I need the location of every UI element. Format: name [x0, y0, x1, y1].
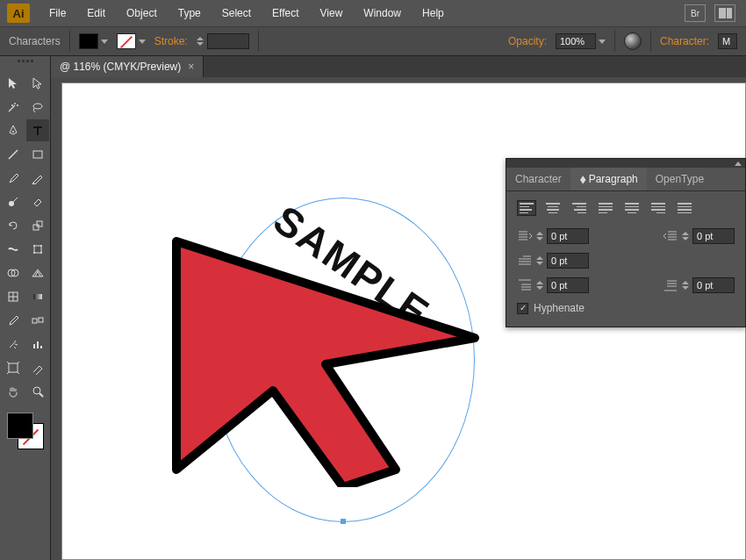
- scale-tool[interactable]: [26, 214, 49, 236]
- layout-arrange-button[interactable]: [714, 4, 735, 22]
- document-tab[interactable]: @ 116% (CMYK/Preview) ×: [51, 56, 204, 77]
- stroke-weight-stepper[interactable]: [197, 33, 249, 49]
- stroke-color-swatch[interactable]: [117, 33, 146, 49]
- fill-swatch-large[interactable]: [7, 413, 33, 439]
- zoom-tool[interactable]: [26, 380, 49, 402]
- options-context-label: Characters: [9, 35, 61, 47]
- svg-point-0: [33, 104, 42, 109]
- indent-right-input[interactable]: [692, 228, 735, 244]
- slice-tool[interactable]: [26, 356, 49, 378]
- space-before-stepper[interactable]: [536, 277, 589, 293]
- column-graph-tool[interactable]: [26, 333, 49, 355]
- menu-view[interactable]: View: [310, 2, 354, 25]
- fill-stroke-swatches[interactable]: [7, 413, 44, 449]
- width-tool[interactable]: [2, 238, 25, 260]
- stroke-weight-input[interactable]: [207, 33, 249, 49]
- space-before-icon: [517, 279, 533, 291]
- opacity-label: Opacity:: [508, 35, 547, 47]
- bridge-button[interactable]: Br: [685, 4, 706, 22]
- indent-first-line-stepper[interactable]: [536, 253, 589, 269]
- opacity-input[interactable]: [556, 33, 596, 49]
- menu-select[interactable]: Select: [212, 2, 262, 25]
- svg-point-1: [12, 131, 14, 133]
- hyphenate-label: Hyphenate: [534, 302, 585, 314]
- artboard-tool[interactable]: [2, 356, 25, 378]
- indent-first-line-input[interactable]: [547, 253, 589, 269]
- hand-tool[interactable]: [2, 380, 25, 402]
- eyedropper-tool[interactable]: [2, 309, 25, 331]
- tab-paragraph[interactable]: ◆Paragraph: [570, 168, 647, 190]
- svg-line-2: [9, 150, 18, 159]
- recolor-artwork-icon[interactable]: [624, 32, 642, 50]
- type-tool[interactable]: [26, 119, 49, 141]
- indent-first-line-icon: [517, 255, 533, 267]
- svg-rect-16: [32, 319, 37, 323]
- pencil-tool[interactable]: [26, 167, 49, 189]
- symbol-sprayer-tool[interactable]: [2, 333, 25, 355]
- justify-last-center-button[interactable]: [622, 200, 642, 216]
- indent-right-icon: [663, 230, 678, 242]
- indent-left-stepper[interactable]: [536, 228, 589, 244]
- rectangle-tool[interactable]: [26, 143, 49, 165]
- hyphenate-checkbox[interactable]: ✓: [517, 303, 528, 314]
- justify-all-button[interactable]: [675, 200, 694, 216]
- space-after-stepper[interactable]: [682, 277, 735, 293]
- svg-rect-19: [37, 341, 39, 348]
- fill-color-swatch[interactable]: [79, 33, 108, 49]
- paragraph-align-row: [517, 200, 735, 216]
- anchor-point[interactable]: [341, 519, 346, 524]
- paintbrush-tool[interactable]: [2, 167, 25, 189]
- menu-bar: Ai File Edit Object Type Select Effect V…: [0, 0, 746, 26]
- menu-file[interactable]: File: [39, 2, 76, 25]
- tools-panel: [0, 56, 51, 560]
- menu-help[interactable]: Help: [412, 2, 455, 25]
- align-center-button[interactable]: [543, 200, 563, 216]
- svg-rect-3: [33, 151, 42, 158]
- shape-builder-tool[interactable]: [2, 262, 25, 284]
- gradient-tool[interactable]: [26, 285, 49, 307]
- menu-object[interactable]: Object: [116, 2, 168, 25]
- indent-right-stepper[interactable]: [682, 228, 735, 244]
- svg-rect-20: [40, 346, 42, 348]
- svg-rect-18: [33, 344, 35, 348]
- rotate-tool[interactable]: [2, 214, 25, 236]
- svg-rect-17: [39, 318, 43, 322]
- justify-last-right-button[interactable]: [649, 200, 668, 216]
- layout-arrange-icon: [719, 8, 732, 18]
- mesh-tool[interactable]: [2, 285, 25, 307]
- menu-type[interactable]: Type: [168, 2, 212, 25]
- blend-tool[interactable]: [26, 309, 49, 331]
- svg-rect-6: [37, 221, 42, 226]
- justify-last-left-button[interactable]: [596, 200, 615, 216]
- align-right-button[interactable]: [570, 200, 589, 216]
- close-icon[interactable]: ×: [188, 61, 194, 73]
- character-panel-field[interactable]: [718, 33, 737, 49]
- magic-wand-tool[interactable]: [2, 96, 25, 118]
- selection-tool[interactable]: [2, 72, 25, 94]
- lasso-tool[interactable]: [26, 96, 49, 118]
- align-left-button[interactable]: [517, 200, 536, 216]
- menu-window[interactable]: Window: [353, 2, 412, 25]
- tools-panel-grip[interactable]: [3, 60, 48, 68]
- blob-brush-tool[interactable]: [2, 190, 25, 212]
- pen-tool[interactable]: [2, 119, 25, 141]
- annotation-arrow-icon: [124, 224, 492, 487]
- tab-opentype[interactable]: OpenType: [647, 168, 713, 190]
- line-segment-tool[interactable]: [2, 143, 25, 165]
- space-after-input[interactable]: [692, 277, 735, 293]
- perspective-grid-tool[interactable]: [26, 262, 49, 284]
- menu-effect[interactable]: Effect: [262, 2, 309, 25]
- direct-selection-tool[interactable]: [26, 72, 49, 94]
- panel-collapse-grip[interactable]: [506, 159, 745, 168]
- document-tab-title: @ 116% (CMYK/Preview): [60, 61, 181, 73]
- opacity-field[interactable]: [556, 33, 606, 49]
- space-before-input[interactable]: [547, 277, 589, 293]
- tab-character[interactable]: Character: [506, 168, 570, 190]
- document-tabstrip: @ 116% (CMYK/Preview) ×: [51, 56, 746, 77]
- free-transform-tool[interactable]: [26, 238, 49, 260]
- indent-left-input[interactable]: [547, 228, 589, 244]
- paragraph-panel: Character ◆Paragraph OpenType: [506, 158, 746, 327]
- menu-edit[interactable]: Edit: [76, 2, 116, 25]
- svg-rect-15: [33, 294, 42, 299]
- eraser-tool[interactable]: [26, 190, 49, 212]
